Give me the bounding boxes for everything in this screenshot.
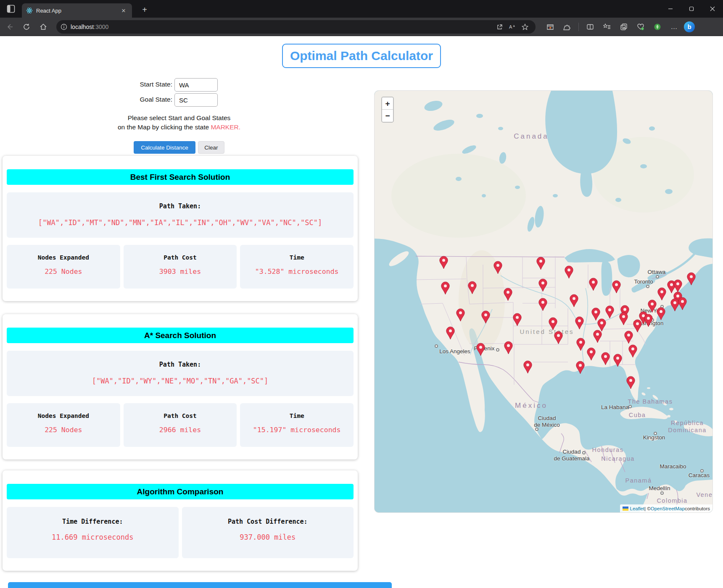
astar-path-box: Path Taken: ["WA","ID","WY","NE","MO","T… [7,351,354,396]
astar-path-label: Path Taken: [7,351,354,368]
url-port: :3000 [94,24,108,30]
instructions-line2: on the Map by clicking the state MARKER. [0,123,358,132]
map-marker-nv-icon[interactable] [456,308,465,322]
extension-shortcut-icon[interactable] [650,20,665,34]
clear-button[interactable]: Clear [198,141,224,154]
map-marker-ia-icon[interactable] [570,294,578,307]
map-marker-wi-icon[interactable] [589,278,598,291]
leaflet-link[interactable]: Leaflet [630,506,645,511]
zoom-out-button[interactable]: − [382,110,393,122]
map-marker-co-icon[interactable] [513,313,522,326]
bfs-path-label: Path Taken: [7,192,354,210]
address-bar[interactable]: localhost:3000 A [56,20,536,34]
map-marker-ny-icon[interactable] [657,287,666,301]
astar-solution-card: A* Search Solution Path Taken: ["WA","ID… [3,314,358,459]
map-marker-la-icon[interactable] [576,361,585,374]
map-marker-nh-icon[interactable] [673,279,682,293]
bfs-path-value: ["WA","ID","MT","ND","MN","IA","IL","IN"… [7,218,354,227]
map-marker-ok-icon[interactable] [554,331,563,344]
zoom-in-button[interactable]: + [382,97,393,110]
settings-more-icon[interactable]: … [667,20,681,34]
map-marker-va-icon[interactable] [633,319,642,333]
home-icon[interactable] [36,20,50,34]
map-marker-sd-icon[interactable] [538,278,547,292]
map-marker-id-icon[interactable] [468,281,477,294]
map-marker-ne-icon[interactable] [538,298,547,311]
map-marker-ms-icon[interactable] [587,347,596,361]
site-info-icon[interactable] [61,24,67,30]
map-marker-nd-icon[interactable] [536,257,545,270]
browser-tab[interactable]: React App ✕ [22,3,132,18]
astar-header: A* Search Solution [7,328,354,343]
map-marker-az-icon[interactable] [476,343,485,356]
map-marker-mt-icon[interactable] [493,261,502,274]
map-marker-pa-icon[interactable] [648,299,657,313]
back-icon[interactable] [3,20,17,34]
instructions-line1: Please select Start and Goal States [0,113,358,123]
comparison-card: Algorithm Comparison Time Difference: 11… [3,470,358,571]
map-marker-fl-icon[interactable] [626,376,635,389]
map-marker-nj-icon[interactable] [657,307,665,320]
favorites-list-icon[interactable] [600,20,614,34]
map-marker-wv-icon[interactable] [619,312,628,326]
openstreetmap-link[interactable]: OpenStreetMap [651,506,685,511]
map-marker-tx-icon[interactable] [523,360,532,374]
path-cost-difference: Path Cost Difference: 937.000 miles [182,507,354,558]
leaflet-map[interactable]: CanadaUnited StatesMéxicoCubaThe Bahamas… [375,91,712,512]
astar-path-value: ["WA","ID","WY","NE","MO","TN","GA","SC"… [7,377,354,385]
tab-title: React App [36,8,119,14]
map-marker-ga-icon[interactable] [613,354,622,367]
goal-state-input[interactable] [174,93,218,107]
time-difference: Time Difference: 11.669 microseconds [7,507,179,558]
calculate-distance-button[interactable]: Calculate Distance [134,141,195,154]
map-marker-al-icon[interactable] [601,352,610,365]
map-marker-in-icon[interactable] [605,305,614,319]
browser-essentials-icon[interactable] [633,20,648,34]
map-marker-nm-icon[interactable] [504,341,513,354]
map-attribution: Leaflet | © OpenStreetMap contributors [620,504,712,512]
map-marker-nc-icon[interactable] [624,331,633,344]
bfs-header: Best First Search Solution [7,169,354,185]
marker-word: MARKER. [211,123,240,131]
window-minimize-button[interactable] [660,0,681,18]
workspaces-icon[interactable] [7,5,15,15]
copilot-bing-icon[interactable]: b [684,21,695,32]
start-state-input[interactable] [174,78,218,92]
map-marker-tn-icon[interactable] [593,330,602,343]
map-marker-wy-icon[interactable] [504,288,512,301]
map-marker-mi-icon[interactable] [612,280,621,294]
browser-toolbar: localhost:3000 A … b [0,18,723,36]
tab-close-icon[interactable]: ✕ [119,8,128,14]
split-screen-icon[interactable] [583,20,597,34]
collections-icon[interactable] [617,20,631,34]
page-title-box: Optimal Path Calculator [282,44,441,68]
astar-time: Time "15.197" microseconds [240,403,354,447]
map-marker-wa-icon[interactable] [439,256,448,269]
map-marker-ca-icon[interactable] [446,326,455,340]
astar-path-cost: Path Cost 2966 miles [124,403,237,447]
map-marker-mn-icon[interactable] [565,265,573,279]
browser-titlebar: React App ✕ + [0,0,723,18]
open-in-new-icon[interactable] [493,21,506,33]
map-marker-ri-icon[interactable] [678,297,687,310]
svg-text:A: A [509,24,512,29]
refresh-icon[interactable] [19,20,34,34]
map-marker-ar-icon[interactable] [576,338,585,351]
map-marker-mo-icon[interactable] [575,316,584,330]
map-marker-me-icon[interactable] [687,272,696,286]
sidebar-search-icon[interactable] [543,20,557,34]
window-maximize-button[interactable] [681,0,702,18]
map-marker-ks-icon[interactable] [549,317,557,331]
instructions: Please select Start and Goal States on t… [0,113,358,132]
map-marker-de-icon[interactable] [644,314,653,327]
partial-section-header [8,582,392,588]
window-close-button[interactable] [702,0,723,18]
extensions-icon[interactable] [560,20,574,34]
read-aloud-icon[interactable]: A [506,21,519,33]
new-tab-button[interactable]: + [139,4,150,16]
goal-state-label: Goal State: [113,96,172,103]
map-marker-sc-icon[interactable] [628,344,637,358]
map-marker-ut-icon[interactable] [481,310,490,324]
favorite-star-icon[interactable] [519,21,531,33]
map-marker-or-icon[interactable] [441,281,450,295]
